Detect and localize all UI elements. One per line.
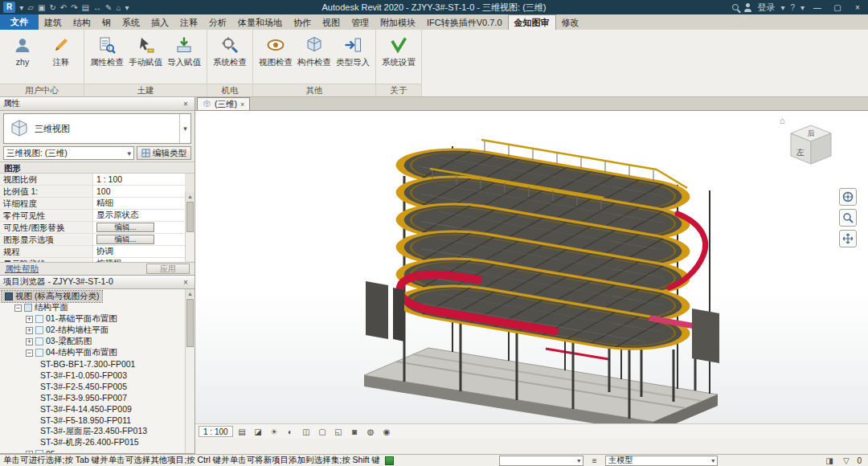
browser-folder-05[interactable]: 05-: [2, 448, 185, 453]
property-row-view-scale[interactable]: 视图比例1 : 100: [0, 174, 185, 186]
help-arrow-icon[interactable]: ▾: [800, 3, 805, 12]
apply-button[interactable]: 应用: [146, 264, 190, 274]
collapse-icon[interactable]: [26, 350, 33, 357]
default-3d-view-icon[interactable]: ⌂: [116, 3, 121, 12]
viewcube-home-icon[interactable]: ⌂: [780, 116, 785, 125]
steering-wheel-button[interactable]: [839, 188, 857, 206]
reveal-hidden-icon[interactable]: ◍: [364, 426, 378, 438]
scroll-thumb[interactable]: [186, 202, 194, 232]
property-row-graphic-display[interactable]: 图形显示选项编辑...: [0, 234, 185, 246]
tab-steel[interactable]: 钢: [96, 15, 117, 30]
tab-architecture[interactable]: 建筑: [39, 15, 68, 30]
detail-level-icon[interactable]: ▤: [235, 426, 249, 438]
browser-view-item[interactable]: ST-3#-屋面层-23.450-FP013: [2, 426, 185, 437]
sync-icon[interactable]: ↻: [49, 3, 55, 12]
ribbon-group-label-about[interactable]: 关于: [376, 84, 421, 96]
sun-path-icon[interactable]: ☀: [268, 426, 281, 438]
filter-icon[interactable]: ▽: [840, 456, 852, 465]
tab-annotate[interactable]: 注释: [174, 15, 203, 30]
tab-jinzhi-review[interactable]: 金知图审: [508, 14, 556, 30]
ribbon-group-label-other[interactable]: 其他: [253, 84, 375, 96]
worksets-select[interactable]: ▾: [499, 456, 583, 466]
rendering-icon[interactable]: ◫: [300, 426, 313, 438]
ribbon-group-label-mep[interactable]: 机电: [207, 84, 252, 96]
browser-category-structural-plans[interactable]: 结构平面: [2, 302, 185, 313]
search-icon[interactable]: [732, 4, 739, 10]
revit-menu-button[interactable]: R: [3, 2, 15, 13]
visual-style-icon[interactable]: ◪: [252, 426, 265, 438]
model-canvas[interactable]: ⌂ 后 左: [195, 111, 868, 439]
crop-view-icon[interactable]: ▢: [316, 426, 330, 438]
property-row-parts-visibility[interactable]: 零件可见性显示原状态: [0, 210, 185, 222]
pan-button[interactable]: [839, 230, 857, 247]
browser-view-item[interactable]: ST-3#-F1-0.050-FP003: [2, 370, 185, 381]
tab-addins[interactable]: 附加模块: [375, 15, 421, 30]
scroll-thumb[interactable]: [186, 299, 194, 347]
tool-element-check[interactable]: 构件检查: [296, 32, 333, 71]
viewcube[interactable]: ⌂ 后 左: [783, 117, 839, 170]
tab-file[interactable]: 文件: [0, 14, 39, 30]
view-scale-button[interactable]: 1 : 100: [199, 426, 233, 437]
customize-qat-icon[interactable]: ▾: [125, 3, 129, 12]
ribbon-group-label-user-center[interactable]: 用户中心: [0, 84, 84, 96]
property-row-detail-level[interactable]: 详细程度精细: [0, 198, 185, 210]
crop-region-icon[interactable]: ◱: [332, 426, 346, 438]
browser-folder-01[interactable]: 01-基础平面布置图: [2, 313, 185, 325]
browser-view-item[interactable]: ST-3#-F2-5.450-FP005: [2, 381, 185, 392]
tool-annotate[interactable]: 注释: [43, 32, 80, 71]
browser-folder-02[interactable]: 02-结构墙柱平面: [2, 325, 185, 336]
properties-scrollbar[interactable]: ▲: [185, 192, 194, 261]
edit-type-button[interactable]: 编辑类型: [137, 146, 191, 160]
tab-modify[interactable]: 修改: [556, 15, 585, 30]
login-arrow-icon[interactable]: ▾: [780, 3, 784, 12]
tool-manual-assign[interactable]: 手动赋值: [127, 32, 164, 71]
scroll-up-icon[interactable]: ▲: [186, 289, 194, 298]
view-tab-3d[interactable]: (三维) ×: [197, 97, 250, 110]
browser-folder-04[interactable]: 04-结构平面布置图: [2, 347, 185, 358]
browser-view-item[interactable]: ST-3#-F3-9.950-FP007: [2, 392, 185, 403]
zoom-button[interactable]: [839, 209, 857, 227]
measure-icon[interactable]: ↔: [93, 3, 101, 12]
collapse-icon[interactable]: [14, 305, 22, 312]
expand-icon[interactable]: [26, 338, 33, 345]
open-icon[interactable]: ▱: [27, 3, 34, 12]
tab-analyze[interactable]: 分析: [203, 15, 232, 30]
tab-collaborate[interactable]: 协作: [288, 15, 317, 30]
worksets-icon[interactable]: ≡: [588, 456, 600, 465]
menu-arrow-icon[interactable]: ▾: [19, 3, 23, 12]
type-selector[interactable]: 三维视图 ▾: [3, 113, 191, 144]
tab-systems[interactable]: 系统: [117, 15, 145, 30]
tag-icon[interactable]: ✎: [105, 3, 112, 12]
tab-massing-site[interactable]: 体量和场地: [232, 15, 288, 30]
design-options-select[interactable]: 主模型 ▾: [605, 456, 718, 466]
browser-view-item[interactable]: ST-3#-F4-14.450-FP009: [2, 403, 185, 415]
tool-system-settings[interactable]: 系统设置: [380, 32, 417, 71]
type-dropdown-icon[interactable]: ▾: [179, 114, 190, 143]
tab-insert[interactable]: 插入: [145, 15, 174, 30]
tab-view[interactable]: 视图: [317, 15, 346, 30]
scroll-up-icon[interactable]: ▲: [186, 192, 194, 201]
project-browser-close-icon[interactable]: ×: [180, 278, 191, 287]
browser-root-views[interactable]: 视图 (标高与视图分类): [2, 291, 102, 302]
print-icon[interactable]: ▤: [82, 3, 89, 12]
graphic-display-edit-button[interactable]: 编辑...: [96, 235, 154, 244]
tab-ifc-plugin[interactable]: IFC转换插件V0.7.0: [421, 15, 508, 30]
login-label[interactable]: 登录: [757, 2, 775, 14]
tool-user-zhy[interactable]: zhy: [4, 32, 41, 69]
temporary-hide-isolate-icon[interactable]: ◙: [348, 426, 362, 438]
account-icon[interactable]: [744, 4, 751, 11]
tool-property-check[interactable]: 属性检查: [88, 32, 125, 71]
tab-structure[interactable]: 结构: [68, 15, 96, 30]
properties-close-icon[interactable]: ×: [180, 100, 191, 108]
viewcube-front-label[interactable]: 左: [796, 148, 805, 157]
visibility-edit-button[interactable]: 编辑...: [96, 223, 154, 232]
view-tab-close-icon[interactable]: ×: [240, 100, 244, 108]
viewcube-cube[interactable]: 后 左: [783, 117, 839, 170]
save-icon[interactable]: ▣: [38, 3, 45, 12]
properties-help-link[interactable]: 属性帮助: [5, 264, 39, 275]
view-instance-select[interactable]: 三维视图: (三维) ▾: [3, 146, 134, 160]
property-row-scale-value[interactable]: 比例值 1:100: [0, 186, 185, 198]
tool-system-check[interactable]: 系统检查: [211, 32, 248, 71]
maximize-button[interactable]: ▢: [830, 3, 845, 12]
locked-3d-view-icon[interactable]: ◉: [380, 426, 394, 438]
